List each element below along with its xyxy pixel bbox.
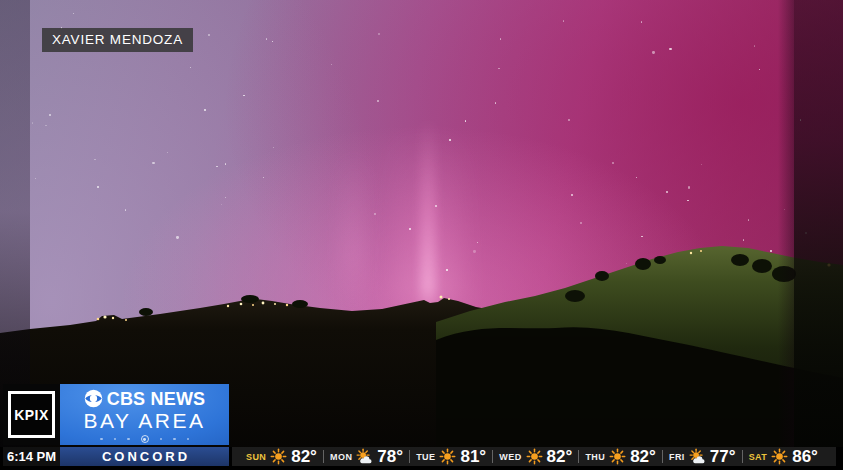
temperature: 77° [710,448,736,465]
forecast-day: FRI 77° [669,448,735,465]
photo-credit-label: XAVIER MENDOZA [42,28,193,52]
day-label: TUE [416,452,435,462]
temperature: 82° [291,448,317,465]
day-label: FRI [669,452,685,462]
sunny-icon [270,448,287,465]
sunny-icon [609,448,626,465]
ticker-separator [578,450,579,463]
forecast-day: WED 82° [499,448,572,465]
station-logo-block: KPIX CBS NEWS BAY AREA [3,384,229,445]
ticker-separator [662,450,663,463]
forecast-day: THU 82° [585,448,655,465]
network-name: CBS NEWS [107,390,206,408]
partly-cloudy-icon [689,448,706,465]
ticker-separator [323,450,324,463]
forecast-day: SAT 86° [749,448,818,465]
tv-broadcast-frame: XAVIER MENDOZA KPIX CBS NEWS BAY AREA [0,0,843,470]
ticker-separator [742,450,743,463]
logo-dots [100,435,189,443]
region-name: BAY AREA [84,409,206,432]
weather-ticker: SUN 82° MON 78° TUE 81° WED 82° THU 82° … [232,447,836,466]
sunny-icon [439,448,456,465]
day-label: WED [499,452,521,462]
sunny-icon [771,448,788,465]
ticker-separator [492,450,493,463]
forecast-day: TUE 81° [416,448,486,465]
temperature: 82° [547,448,573,465]
ticker-separator [409,450,410,463]
lower-third-bar: 6:14 PM CONCORD SUN 82° MON 78° TUE 81° … [0,447,843,466]
clock: 6:14 PM [3,447,60,466]
cbs-eye-icon [84,389,103,408]
photo-edge-right [794,0,843,470]
day-label: THU [585,452,605,462]
day-label: SAT [749,452,768,462]
day-label: MON [330,452,352,462]
day-label: SUN [246,452,266,462]
cbs-news-bay-area-logo: CBS NEWS BAY AREA [60,384,229,445]
temperature: 78° [377,448,403,465]
temperature: 82° [630,448,656,465]
bottom-letterbox [0,466,843,470]
kpix-call-sign: KPIX [8,391,55,438]
temperature: 86° [792,448,818,465]
temperature: 81° [460,448,486,465]
kpix-logo: KPIX [3,384,60,445]
forecast-day: MON 78° [330,448,403,465]
partly-cloudy-icon [356,448,373,465]
location-banner: CONCORD [60,447,229,466]
sunny-icon [526,448,543,465]
forecast-day: SUN 82° [246,448,317,465]
